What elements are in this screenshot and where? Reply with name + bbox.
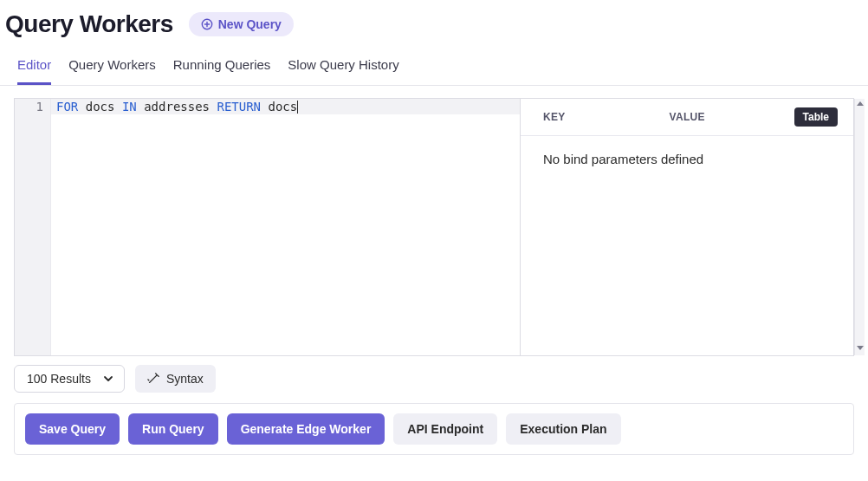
new-query-label: New Query [218,17,282,31]
editor-container: 1 FOR docs IN addresses RETURN docs KEY … [14,98,854,356]
workspace: 1 FOR docs IN addresses RETURN docs KEY … [0,86,868,455]
results-label: 100 Results [27,372,91,386]
code-line[interactable]: FOR docs IN addresses RETURN docs [51,99,520,114]
bind-parameters-panel: KEY VALUE Table No bind parameters defin… [521,99,853,355]
bind-panel-header: KEY VALUE Table [521,99,853,136]
syntax-label: Syntax [166,372,204,386]
tab-slow-query-history[interactable]: Slow Query History [288,45,398,85]
chevron-down-icon [103,374,113,384]
save-query-button[interactable]: Save Query [25,413,120,445]
api-endpoint-button[interactable]: API Endpoint [393,413,497,445]
wand-icon [147,373,159,385]
generate-edge-worker-button[interactable]: Generate Edge Worker [227,413,385,445]
run-query-button[interactable]: Run Query [128,413,218,445]
actions-row: Save Query Run Query Generate Edge Worke… [14,403,854,455]
tab-running-queries[interactable]: Running Queries [173,45,271,85]
line-number: 1 [15,99,43,114]
page-title: Query Workers [5,10,173,38]
bind-mode-button[interactable]: Table [794,107,838,127]
code-lines: FOR docs IN addresses RETURN docs [51,99,520,355]
code-gutter: 1 [15,99,51,355]
plus-circle-icon [201,18,213,30]
page-header: Query Workers New Query [0,0,868,45]
results-dropdown[interactable]: 100 Results [14,365,125,393]
code-editor[interactable]: 1 FOR docs IN addresses RETURN docs [15,99,521,355]
tab-query-workers[interactable]: Query Workers [68,45,156,85]
tab-bar: Editor Query Workers Running Queries Slo… [0,45,868,86]
bind-key-header: KEY [543,111,566,123]
scroll-down-icon[interactable] [857,346,864,350]
options-row: 100 Results Syntax [14,365,854,393]
execution-plan-button[interactable]: Execution Plan [506,413,620,445]
scroll-up-icon[interactable] [857,101,864,106]
bind-empty-message: No bind parameters defined [521,136,853,182]
new-query-button[interactable]: New Query [189,12,294,36]
scrollbar[interactable] [854,99,865,355]
bind-value-header: VALUE [670,111,705,123]
tab-editor[interactable]: Editor [17,45,51,85]
syntax-button[interactable]: Syntax [135,365,216,393]
